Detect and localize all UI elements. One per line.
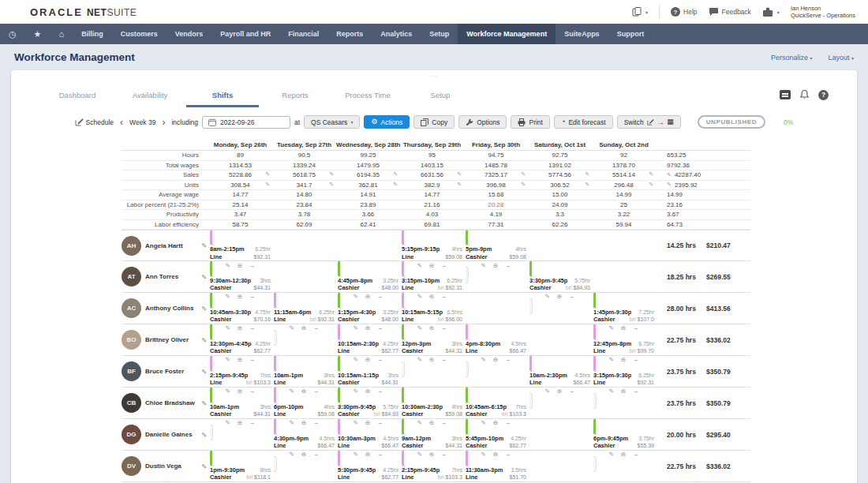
help-icon: ? [671,7,680,17]
edit-pencil-icon[interactable]: ✎ [521,171,526,178]
shift-pay: brl$84.93 [374,411,398,418]
summary-row-label: Hours [122,152,208,159]
edit-forecast-button[interactable]: ◔ Edit forecast [554,115,613,129]
panel-help-icon[interactable]: ? [818,90,829,100]
print-button[interactable]: Print [511,115,549,129]
feedback-button[interactable]: Feedback [709,7,751,17]
nav-item-vendors[interactable]: Vendors [166,24,212,44]
layout-menu[interactable]: Layout ▾ [828,54,854,62]
shift-card[interactable]: 1pm-9:30pm8hrsCashierbrl$118.1✎⊖→ [210,450,271,483]
notifications-bell-icon[interactable] [799,89,810,100]
shift-card-row: 9:30am-12:30p3hrs [210,277,271,285]
shift-pay-amount: $92.31 [446,285,462,290]
employee-cell: DVDustin Vega✎ [122,451,208,481]
copy-button[interactable]: Copy [413,115,455,129]
edit-pencil-icon[interactable]: ✎ [667,182,672,188]
employee-total-hours: 14.25 hrs [656,242,706,249]
shift-pay: $59.08 [510,254,526,261]
employee-row: DGDanielle Gaines✎4:30pm-9pm4.5hrsLine$6… [122,419,750,451]
tab-shifts[interactable]: Shifts [186,86,259,107]
caret-down-icon: ▾ [645,9,648,15]
summary-value: 14.77 [400,191,464,198]
nav-item-payroll-and-hr[interactable]: Payroll and HR [211,24,279,44]
edit-employee-icon[interactable]: ✎ [201,273,208,281]
tab-dashboard[interactable]: Dashboard [41,86,114,107]
day-cell-0 [208,421,272,449]
nav-item-reports[interactable]: Reports [327,24,372,44]
edit-employee-icon[interactable]: ✎ [201,242,208,249]
nav-item-support[interactable]: Support [608,24,653,44]
edit-pencil-icon[interactable]: ✎ [393,171,398,178]
edit-employee-icon[interactable]: ✎ [201,399,208,407]
help-button[interactable]: ? Help [671,7,697,17]
copy-icon [421,118,428,126]
edit-pencil-icon[interactable]: ✎ [457,182,462,188]
avatar: CB [122,393,141,413]
edit-employee-icon[interactable]: ✎ [201,462,208,470]
drag-handle[interactable]: ⋯ [430,72,438,80]
shortcuts-star-icon[interactable]: ★ [25,24,51,44]
day-cell-1: 4:30pm-9pm4.5hrsLine$66.47✎⊖→ [272,421,336,449]
shift-pay: $62.77 [382,474,398,481]
shift-card-row: 12:45pm-8pm6.75hr [593,340,654,348]
employee-total-pay: $336.02 [706,336,750,344]
summary-value: 3.22 [592,211,656,218]
tab-process-time[interactable]: Process Time [331,86,404,107]
summary-value-text: 396.98 [486,182,505,189]
edit-pencil-icon[interactable]: ✎ [667,172,672,178]
tab-reports[interactable]: Reports [259,86,331,107]
edit-pencil-icon[interactable]: ✎ [265,171,270,178]
edit-pencil-icon[interactable]: ✎ [329,171,334,178]
edit-pencil-icon[interactable]: ✎ [649,171,653,178]
edit-pencil-icon[interactable]: ✎ [521,182,526,188]
previous-week-button[interactable]: ‹ [118,118,125,127]
nav-item-suiteapps[interactable]: SuiteApps [556,24,608,44]
user-menu-button[interactable]: ▾ [762,7,780,17]
edit-employee-icon[interactable]: ✎ [201,305,208,313]
roles-menu-button[interactable]: ▾ [632,7,648,17]
tab-setup[interactable]: Setup [404,86,477,107]
date-input[interactable]: 2022-09-26 [202,116,290,129]
edit-employee-icon[interactable]: ✎ [201,336,208,344]
recent-records-icon[interactable]: ◷ [0,24,25,44]
nav-item-billing[interactable]: Billing [73,24,112,44]
shift-card-row: Linebrl$92.31 [402,284,462,292]
shift-card-row: 3:30pm-9:45p5.75hr [338,403,398,411]
actions-button[interactable]: ⚙ Actions [364,115,410,129]
nav-item-workforce-management[interactable]: Workforce Management [458,24,556,44]
next-week-button[interactable]: › [159,118,167,127]
edit-employee-icon[interactable]: ✎ [201,431,208,439]
day-cell-2: 10:15am-2:30p4.25hrLine$62.77✎⊖→ [336,326,400,354]
personalize-menu[interactable]: Personalize ▾ [771,54,813,62]
nav-item-customers[interactable]: Customers [112,24,166,44]
nav-item-setup[interactable]: Setup [421,24,458,44]
shift-card[interactable]: 11:30am-3pm3.5hrsLine$51.70✎⊖→ [466,450,526,483]
comments-icon[interactable] [780,90,791,99]
location-select[interactable]: QS Ceasars▾ [304,115,360,129]
tab-availability[interactable]: Availability [114,86,186,107]
options-button[interactable]: Options [458,115,507,129]
shift-card-row: Linebrl$103.3 [210,379,271,387]
edit-pencil-icon[interactable]: ✎ [457,171,462,178]
shift-duration: 4.5hrs [575,373,590,380]
nav-item-analytics[interactable]: Analytics [372,24,421,44]
shift-time: 10am-1pm [210,403,239,410]
edit-pencil-icon[interactable]: ✎ [265,182,270,188]
edit-pencil-icon[interactable]: ✎ [585,182,589,188]
edit-employee-icon[interactable]: ✎ [201,368,208,376]
nav-item-financial[interactable]: Financial [279,24,327,44]
home-icon[interactable]: ⌂ [50,24,73,44]
edit-pencil-icon[interactable]: ✎ [649,182,653,188]
shift-time: 10:45am-6:15p [466,403,507,410]
shift-duration: 5.75hr [574,278,590,285]
summary-value-text: 5228.86 [229,171,252,178]
shift-pay: $59.08 [318,411,335,418]
edit-pencil-icon[interactable]: ✎ [585,171,589,178]
edit-pencil-icon[interactable]: ✎ [329,182,334,188]
switch-view-button[interactable]: Switch → ▦ [617,115,681,129]
shift-card-row: 4pm-8:30pm4.5hrs [466,340,526,348]
shift-card[interactable]: 5:30pm-9:45p4.25hrLine$62.77✎⊖→ [338,450,398,483]
summary-value-text: 90.5 [298,152,311,159]
shift-card[interactable]: 2:15pm-9:45p7hrsLinebrl$103.3✎⊖→ [402,450,462,483]
edit-pencil-icon[interactable]: ✎ [393,182,398,188]
